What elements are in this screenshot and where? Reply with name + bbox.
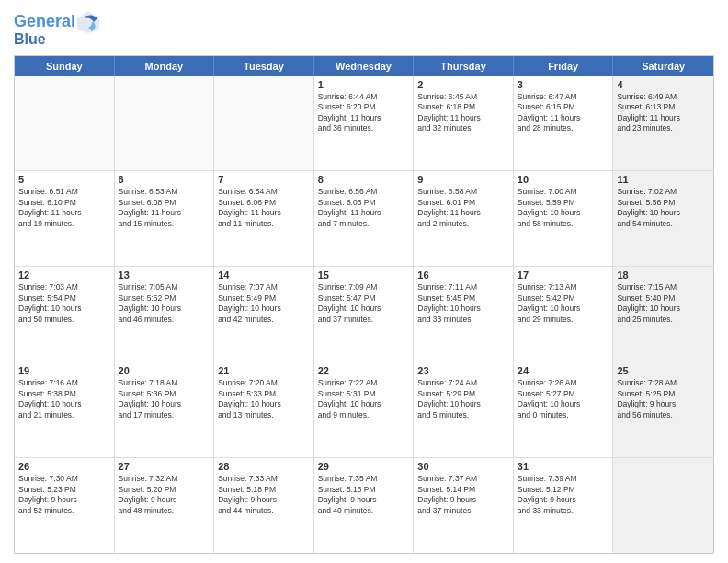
day-cell-28: 28Sunrise: 7:33 AM Sunset: 5:18 PM Dayli…: [214, 458, 314, 553]
day-cell-22: 22Sunrise: 7:22 AM Sunset: 5:31 PM Dayli…: [314, 362, 415, 457]
day-cell-18: 18Sunrise: 7:15 AM Sunset: 5:40 PM Dayli…: [613, 267, 713, 362]
day-number: 3: [518, 79, 609, 90]
day-info: Sunrise: 7:16 AM Sunset: 5:38 PM Dayligh…: [18, 378, 110, 420]
day-cell-12: 12Sunrise: 7:03 AM Sunset: 5:54 PM Dayli…: [15, 267, 115, 362]
calendar-row-3: 19Sunrise: 7:16 AM Sunset: 5:38 PM Dayli…: [15, 362, 713, 457]
day-info: Sunrise: 7:18 AM Sunset: 5:36 PM Dayligh…: [119, 378, 210, 420]
day-info: Sunrise: 7:39 AM Sunset: 5:12 PM Dayligh…: [518, 474, 609, 516]
day-cell-27: 27Sunrise: 7:32 AM Sunset: 5:20 PM Dayli…: [115, 458, 215, 553]
day-info: Sunrise: 7:13 AM Sunset: 5:42 PM Dayligh…: [518, 282, 609, 325]
day-number: 30: [417, 461, 509, 472]
day-info: Sunrise: 7:32 AM Sunset: 5:20 PM Dayligh…: [119, 474, 210, 516]
day-cell-20: 20Sunrise: 7:18 AM Sunset: 5:36 PM Dayli…: [115, 362, 215, 457]
day-cell-7: 7Sunrise: 6:54 AM Sunset: 6:06 PM Daylig…: [214, 171, 314, 266]
weekday-header-friday: Friday: [514, 56, 614, 76]
day-info: Sunrise: 7:07 AM Sunset: 5:49 PM Dayligh…: [218, 282, 310, 325]
day-info: Sunrise: 7:09 AM Sunset: 5:47 PM Dayligh…: [318, 282, 410, 325]
day-number: 4: [617, 79, 710, 90]
weekday-header-wednesday: Wednesday: [314, 56, 415, 76]
day-number: 12: [18, 270, 110, 281]
day-number: 19: [18, 365, 110, 376]
page: General Blue SundayMondayTuesdayWednesda…: [0, 0, 728, 563]
day-cell-8: 8Sunrise: 6:56 AM Sunset: 6:03 PM Daylig…: [314, 171, 415, 266]
day-info: Sunrise: 7:35 AM Sunset: 5:16 PM Dayligh…: [318, 474, 410, 516]
day-info: Sunrise: 6:44 AM Sunset: 6:20 PM Dayligh…: [318, 92, 410, 134]
day-number: 18: [617, 270, 710, 281]
day-info: Sunrise: 7:02 AM Sunset: 5:56 PM Dayligh…: [617, 187, 710, 229]
day-info: Sunrise: 6:56 AM Sunset: 6:03 PM Dayligh…: [318, 187, 410, 229]
day-cell-3: 3Sunrise: 6:47 AM Sunset: 6:15 PM Daylig…: [514, 76, 614, 171]
day-info: Sunrise: 6:58 AM Sunset: 6:01 PM Dayligh…: [417, 187, 509, 229]
day-number: 15: [318, 270, 410, 281]
day-number: 31: [518, 461, 609, 472]
day-cell-15: 15Sunrise: 7:09 AM Sunset: 5:47 PM Dayli…: [314, 267, 415, 362]
day-cell-empty-4-6: [613, 458, 713, 553]
day-number: 25: [617, 365, 710, 376]
day-info: Sunrise: 7:15 AM Sunset: 5:40 PM Dayligh…: [617, 282, 710, 325]
day-cell-11: 11Sunrise: 7:02 AM Sunset: 5:56 PM Dayli…: [613, 171, 713, 266]
day-number: 27: [119, 461, 210, 472]
day-info: Sunrise: 7:28 AM Sunset: 5:25 PM Dayligh…: [617, 378, 710, 420]
day-number: 21: [218, 365, 310, 376]
day-cell-17: 17Sunrise: 7:13 AM Sunset: 5:42 PM Dayli…: [514, 267, 614, 362]
day-number: 13: [119, 270, 210, 281]
calendar: SundayMondayTuesdayWednesdayThursdayFrid…: [14, 55, 714, 554]
day-info: Sunrise: 7:05 AM Sunset: 5:52 PM Dayligh…: [119, 282, 210, 325]
day-number: 1: [318, 79, 410, 90]
day-cell-23: 23Sunrise: 7:24 AM Sunset: 5:29 PM Dayli…: [414, 362, 514, 457]
day-cell-16: 16Sunrise: 7:11 AM Sunset: 5:45 PM Dayli…: [414, 267, 514, 362]
day-number: 14: [218, 270, 310, 281]
day-number: 26: [18, 461, 110, 472]
day-cell-14: 14Sunrise: 7:07 AM Sunset: 5:49 PM Dayli…: [214, 267, 314, 362]
day-info: Sunrise: 7:03 AM Sunset: 5:54 PM Dayligh…: [18, 282, 110, 325]
day-cell-30: 30Sunrise: 7:37 AM Sunset: 5:14 PM Dayli…: [414, 458, 514, 553]
day-number: 10: [518, 174, 609, 185]
day-cell-empty-0-1: [115, 76, 215, 171]
day-info: Sunrise: 6:47 AM Sunset: 6:15 PM Dayligh…: [518, 92, 609, 134]
weekday-header-sunday: Sunday: [15, 56, 115, 76]
day-number: 11: [617, 174, 710, 185]
logo: General Blue: [14, 9, 101, 48]
day-number: 29: [318, 461, 410, 472]
day-number: 2: [417, 79, 509, 90]
day-info: Sunrise: 7:30 AM Sunset: 5:23 PM Dayligh…: [18, 474, 110, 516]
weekday-header-tuesday: Tuesday: [214, 56, 314, 76]
day-info: Sunrise: 7:24 AM Sunset: 5:29 PM Dayligh…: [417, 378, 509, 420]
day-cell-24: 24Sunrise: 7:26 AM Sunset: 5:27 PM Dayli…: [514, 362, 614, 457]
day-cell-13: 13Sunrise: 7:05 AM Sunset: 5:52 PM Dayli…: [115, 267, 215, 362]
day-info: Sunrise: 6:54 AM Sunset: 6:06 PM Dayligh…: [218, 187, 310, 229]
calendar-header: SundayMondayTuesdayWednesdayThursdayFrid…: [15, 56, 713, 76]
day-info: Sunrise: 6:51 AM Sunset: 6:10 PM Dayligh…: [18, 187, 110, 229]
svg-marker-0: [77, 11, 99, 33]
day-cell-empty-0-0: [15, 76, 115, 171]
day-info: Sunrise: 7:37 AM Sunset: 5:14 PM Dayligh…: [417, 474, 509, 516]
day-info: Sunrise: 7:22 AM Sunset: 5:31 PM Dayligh…: [318, 378, 410, 420]
day-cell-29: 29Sunrise: 7:35 AM Sunset: 5:16 PM Dayli…: [314, 458, 415, 553]
weekday-header-thursday: Thursday: [414, 56, 514, 76]
day-number: 7: [218, 174, 310, 185]
day-number: 6: [119, 174, 210, 185]
day-number: 22: [318, 365, 410, 376]
day-cell-25: 25Sunrise: 7:28 AM Sunset: 5:25 PM Dayli…: [613, 362, 713, 457]
day-number: 23: [417, 365, 509, 376]
calendar-row-2: 12Sunrise: 7:03 AM Sunset: 5:54 PM Dayli…: [15, 266, 713, 362]
logo-text: General: [14, 13, 75, 31]
day-info: Sunrise: 6:53 AM Sunset: 6:08 PM Dayligh…: [119, 187, 210, 229]
day-cell-19: 19Sunrise: 7:16 AM Sunset: 5:38 PM Dayli…: [15, 362, 115, 457]
day-number: 5: [18, 174, 110, 185]
day-cell-9: 9Sunrise: 6:58 AM Sunset: 6:01 PM Daylig…: [414, 171, 514, 266]
day-number: 24: [518, 365, 609, 376]
day-cell-6: 6Sunrise: 6:53 AM Sunset: 6:08 PM Daylig…: [115, 171, 215, 266]
day-info: Sunrise: 7:11 AM Sunset: 5:45 PM Dayligh…: [417, 282, 509, 325]
day-cell-2: 2Sunrise: 6:45 AM Sunset: 6:18 PM Daylig…: [414, 76, 514, 171]
calendar-body: 1Sunrise: 6:44 AM Sunset: 6:20 PM Daylig…: [15, 76, 713, 553]
day-cell-10: 10Sunrise: 7:00 AM Sunset: 5:59 PM Dayli…: [514, 171, 614, 266]
day-cell-21: 21Sunrise: 7:20 AM Sunset: 5:33 PM Dayli…: [214, 362, 314, 457]
day-number: 20: [119, 365, 210, 376]
day-info: Sunrise: 7:20 AM Sunset: 5:33 PM Dayligh…: [218, 378, 310, 420]
calendar-row-0: 1Sunrise: 6:44 AM Sunset: 6:20 PM Daylig…: [15, 76, 713, 171]
day-info: Sunrise: 6:49 AM Sunset: 6:13 PM Dayligh…: [617, 92, 710, 134]
day-number: 28: [218, 461, 310, 472]
day-number: 16: [417, 270, 509, 281]
logo-blue: Blue: [14, 31, 46, 48]
